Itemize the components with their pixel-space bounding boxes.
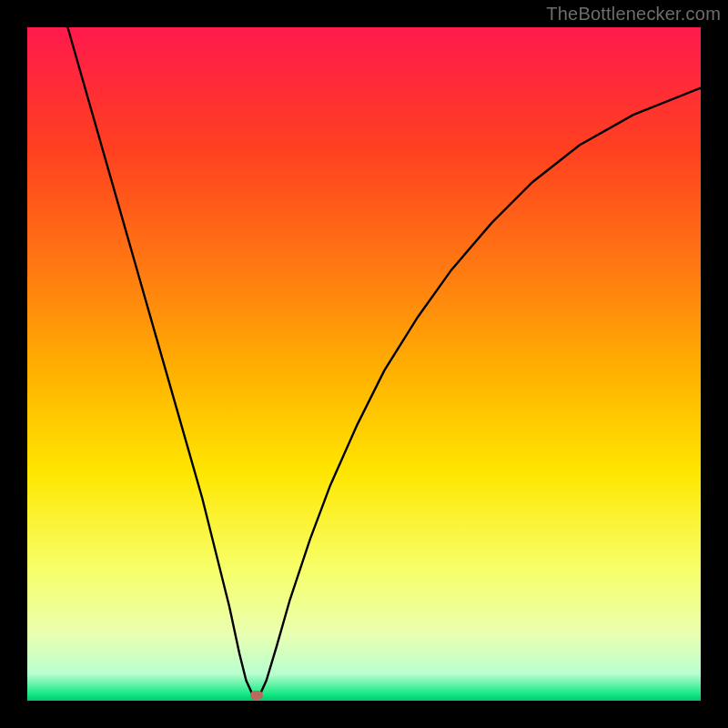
plot-area <box>27 27 701 701</box>
watermark-text: TheBottlenecker.com <box>546 4 721 25</box>
chart-frame: TheBottlenecker.com <box>0 0 728 728</box>
optimum-marker <box>250 691 263 700</box>
curve-left-branch <box>67 27 253 695</box>
bottleneck-curve <box>27 27 701 701</box>
curve-right-branch <box>259 88 701 696</box>
